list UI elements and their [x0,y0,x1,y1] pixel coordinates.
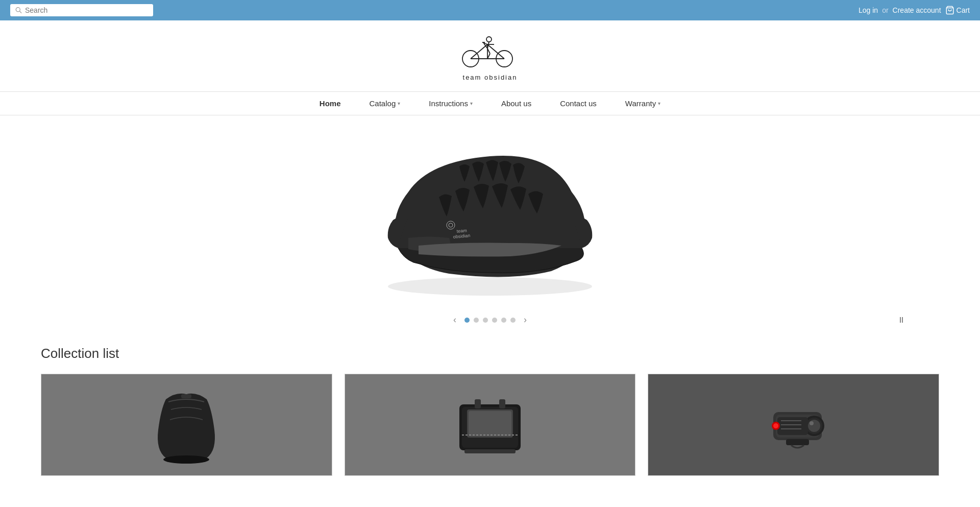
svg-point-23 [163,455,209,464]
nav-item-about-us[interactable]: About us [487,92,546,115]
svg-point-45 [773,423,778,428]
cart-link[interactable]: Cart [957,6,970,14]
collection-grid [41,374,939,476]
pause-button[interactable]: ⏸ [894,316,909,325]
cart-area[interactable]: Cart [945,6,970,15]
search-form[interactable] [10,4,153,16]
main-nav: Home Catalog ▾ Instructions ▾ About us C… [0,91,980,115]
logo-area: team obsidian [0,20,980,91]
svg-rect-29 [475,399,481,408]
slide-dot-3[interactable] [483,318,488,323]
svg-rect-39 [777,417,808,435]
helmet-image: team obsidian [357,136,623,299]
collection-item-1[interactable] [41,374,332,476]
collection-item-3[interactable] [648,374,939,476]
hero-slideshow: team obsidian [0,115,980,309]
slide-dot-5[interactable] [501,318,506,323]
slide-dot-6[interactable] [510,318,516,323]
cart-icon [945,6,954,15]
collection-item-2[interactable] [345,374,636,476]
collection-image-2 [345,374,636,476]
svg-rect-28 [469,411,511,436]
instructions-chevron: ▾ [470,101,473,106]
svg-point-37 [808,420,820,432]
collection-image-1 [41,374,332,476]
auth-area: Log in or Create account Cart [859,6,970,15]
nav-item-instructions[interactable]: Instructions ▾ [414,92,487,115]
collection-image-3 [648,374,939,476]
svg-rect-43 [786,439,809,445]
slide-dot-4[interactable] [492,318,497,323]
top-bar: Log in or Create account Cart [0,0,980,20]
collection-title: Collection list [41,346,939,361]
svg-rect-30 [499,399,505,408]
nav-item-catalog[interactable]: Catalog ▾ [355,92,415,115]
svg-point-13 [486,37,492,42]
logo-svg [459,31,521,71]
svg-line-1 [20,11,22,13]
nav-item-home[interactable]: Home [305,92,355,115]
prev-slide-button[interactable]: ‹ [449,315,460,325]
logo-wrapper[interactable]: team obsidian [459,31,521,81]
svg-line-6 [487,44,504,59]
warranty-chevron: ▾ [658,101,660,106]
catalog-chevron: ▾ [398,101,400,106]
login-link[interactable]: Log in [859,6,878,14]
slide-controls: ‹ › ⏸ [0,309,980,335]
create-account-link[interactable]: Create account [893,6,941,14]
svg-line-5 [471,44,487,59]
slide-dot-2[interactable] [474,318,479,323]
brand-name: team obsidian [463,74,518,81]
or-separator: or [882,6,888,14]
svg-point-38 [810,421,814,425]
helmet-svg: team obsidian [357,136,623,299]
svg-rect-31 [464,449,516,453]
search-icon [15,7,22,14]
slide-dot-1[interactable] [464,318,470,323]
nav-item-contact-us[interactable]: Contact us [546,92,611,115]
nav-item-warranty[interactable]: Warranty ▾ [611,92,675,115]
svg-point-0 [16,8,20,12]
svg-point-18 [388,277,592,296]
svg-rect-24 [181,394,191,398]
collection-section: Collection list [0,335,980,486]
next-slide-button[interactable]: › [520,315,531,325]
search-input[interactable] [25,6,148,14]
